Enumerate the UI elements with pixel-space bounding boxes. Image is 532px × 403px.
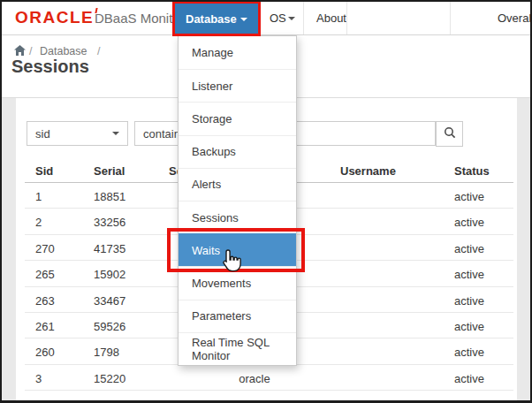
menu-item-backups[interactable]: Backups	[179, 135, 296, 168]
cell-status: active	[454, 294, 484, 308]
cell-status: active	[454, 372, 484, 385]
cell-sid: 265	[35, 268, 55, 281]
cell-status: active	[454, 216, 484, 229]
cell-sid: 2	[35, 216, 42, 229]
column-header-sid: Sid	[35, 164, 53, 178]
breadcrumb-separator: /	[97, 45, 100, 57]
cell-serial: 46363	[94, 398, 125, 403]
table-row: 315220oracleactive	[25, 365, 513, 391]
filter-column-value: sid	[35, 127, 50, 141]
menu-item-alerts[interactable]: Alerts	[179, 168, 296, 201]
top-nav-bar: ORACLE DBaaS Monitor Database OS About O…	[0, 0, 532, 35]
cell-status: active	[454, 268, 484, 281]
menu-item-storage[interactable]: Storage	[179, 102, 296, 134]
breadcrumb-database-link[interactable]: Database	[40, 45, 87, 57]
caret-down-icon[interactable]	[288, 17, 295, 20]
cell-status: active	[454, 242, 484, 255]
cell-sid: 260	[35, 346, 55, 359]
cell-serial: 15220	[94, 372, 125, 385]
column-header-username: Username	[340, 164, 396, 178]
cell-serial: 33256	[94, 216, 125, 229]
menu-item-real-time-sql-monitor[interactable]: Real Time SQL Monitor	[179, 332, 296, 365]
database-dropdown-menu: Manage Listener Storage Backups Alerts S…	[178, 35, 297, 366]
cell-serial: 33467	[94, 294, 125, 308]
cell-sid: 261	[35, 320, 55, 333]
cell-sid: 1	[35, 190, 42, 203]
menu-item-sessions[interactable]: Sessions	[179, 201, 296, 233]
column-header-status: Status	[454, 164, 490, 178]
cell-status: active	[454, 190, 484, 203]
cell-serial: 59526	[94, 320, 125, 333]
filter-column-select[interactable]: sid	[27, 121, 128, 146]
oracle-logo: ORACLE	[15, 8, 97, 27]
nav-divider	[346, 0, 347, 34]
cell-sq: oracle	[169, 372, 340, 385]
nav-os-button[interactable]: OS	[270, 11, 286, 25]
menu-item-parameters[interactable]: Parameters	[179, 300, 296, 332]
cell-sq: oracle	[169, 398, 340, 403]
cell-status: active	[454, 346, 484, 359]
cell-serial: 41735	[94, 242, 125, 255]
nav-about-button[interactable]: About	[316, 11, 346, 25]
cell-sid: 270	[35, 242, 55, 255]
nav-divider	[303, 0, 304, 34]
nav-database-label: Database	[186, 12, 237, 26]
cell-serial: 1798	[94, 346, 119, 359]
menu-item-listener[interactable]: Listener	[179, 69, 296, 102]
caret-down-icon	[240, 18, 247, 21]
page-title: Sessions	[11, 57, 89, 77]
menu-item-movements[interactable]: Movements	[179, 266, 296, 299]
menu-item-waits[interactable]: Waits	[179, 233, 296, 266]
cell-serial: 15902	[94, 268, 125, 281]
app-title: DBaaS Monitor	[95, 11, 185, 26]
search-button[interactable]	[436, 121, 463, 147]
nav-overall-label: Overall	[498, 11, 532, 25]
cell-sid: 3	[35, 372, 42, 385]
menu-item-manage[interactable]: Manage	[179, 36, 296, 69]
cell-serial: 18851	[94, 190, 125, 203]
cell-status: active	[454, 398, 484, 403]
cell-sid: 4	[35, 398, 42, 403]
column-header-serial: Serial	[94, 164, 125, 178]
cell-status: active	[454, 320, 484, 333]
nav-divider	[450, 0, 451, 34]
breadcrumb-separator: /	[29, 45, 32, 57]
caret-down-icon	[112, 132, 119, 135]
search-icon	[444, 126, 456, 141]
nav-database-button[interactable]: Database	[175, 4, 258, 34]
cell-sid: 263	[35, 294, 55, 308]
table-row: 446363oracleactive	[25, 391, 513, 403]
